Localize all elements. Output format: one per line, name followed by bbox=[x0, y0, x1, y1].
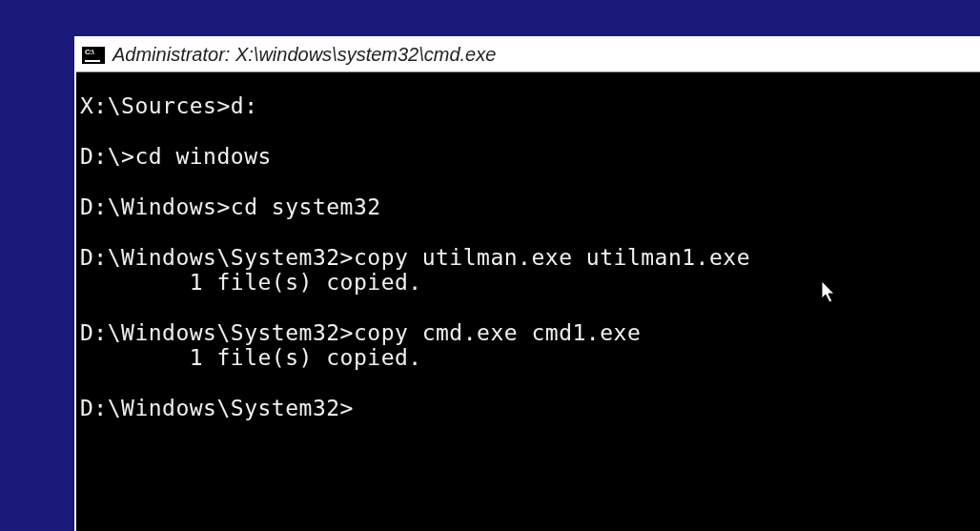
window-title: Administrator: X:\windows\system32\cmd.e… bbox=[112, 44, 496, 66]
titlebar[interactable]: C:\ Administrator: X:\windows\system32\c… bbox=[76, 38, 980, 72]
cmd-icon: C:\ bbox=[82, 47, 105, 64]
cmd-window: C:\ Administrator: X:\windows\system32\c… bbox=[74, 36, 980, 531]
terminal-output[interactable]: X:\Sources>d: D:\>cd windows D:\Windows>… bbox=[76, 72, 980, 531]
